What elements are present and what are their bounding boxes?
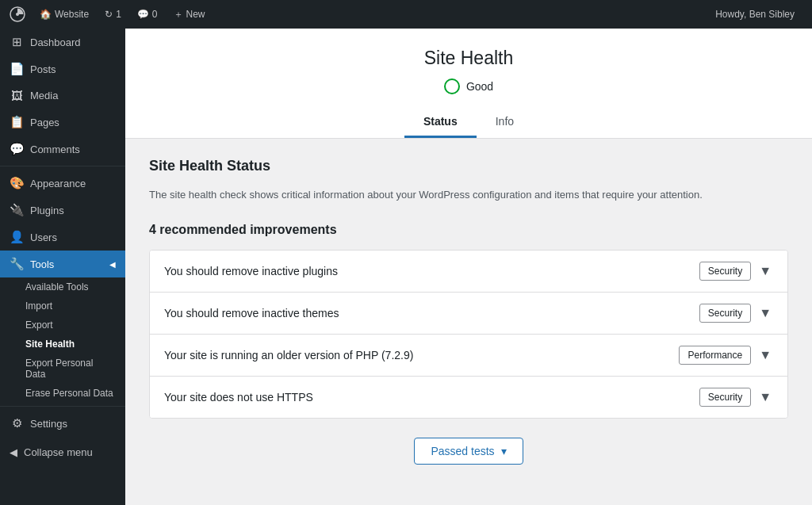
health-status-label: Good (466, 80, 493, 93)
dashboard-icon: ⊞ (10, 35, 24, 49)
passed-tests-button[interactable]: Passed tests ▾ (414, 438, 523, 465)
issue-item: You should remove inactive themes Securi… (150, 293, 787, 335)
section-title: Site Health Status (149, 158, 788, 174)
collapse-menu-button[interactable]: ◀ Collapse menu (0, 437, 125, 465)
passed-tests-area: Passed tests ▾ (149, 419, 788, 477)
issue-item: You should remove inactive plugins Secur… (150, 251, 787, 293)
collapse-icon: ◀ (10, 446, 17, 458)
health-status: Good (141, 78, 796, 94)
posts-icon: 📄 (10, 62, 24, 76)
users-icon: 👤 (10, 230, 24, 244)
issue-item: Your site is running an older version of… (150, 335, 787, 377)
menu-separator-2 (0, 406, 125, 407)
svg-point-1 (16, 13, 19, 16)
main-content: Site Health Good Status Info Site Health… (125, 29, 812, 505)
sidebar-item-users[interactable]: 👤 Users (0, 224, 125, 251)
sidebar-item-comments[interactable]: 💬 Comments (0, 136, 125, 163)
tools-icon: 🔧 (10, 257, 24, 271)
sidebar-item-posts[interactable]: 📄 Posts (0, 55, 125, 82)
issue-right: Security ▼ (699, 262, 773, 281)
passed-tests-label: Passed tests (431, 445, 494, 457)
issue-right: Security ▼ (699, 388, 773, 407)
wp-logo-icon[interactable] (10, 6, 25, 22)
submenu-export[interactable]: Export (0, 316, 125, 335)
appearance-icon: 🎨 (10, 176, 24, 190)
menu-separator (0, 166, 125, 166)
comments-icon: 💬 (137, 9, 149, 20)
issue-label: Your site is running an older version of… (164, 349, 413, 362)
sidebar-item-tools[interactable]: 🔧 Tools ◀ (0, 251, 125, 277)
issue-label: You should remove inactive plugins (164, 265, 338, 277)
issue-expand-button[interactable]: ▼ (757, 304, 773, 322)
chevron-down-icon: ▾ (501, 445, 507, 457)
tab-status[interactable]: Status (404, 107, 477, 138)
submenu-export-personal[interactable]: Export Personal Data (0, 354, 125, 384)
adminbar-updates[interactable]: ↻ 1 (97, 0, 129, 29)
comments-menu-icon: 💬 (10, 142, 24, 156)
issue-expand-button[interactable]: ▼ (757, 388, 773, 406)
admin-bar: 🏠 Website ↻ 1 💬 0 ＋ New Howdy, Ben Sible… (0, 0, 812, 29)
page-header: Site Health Good Status Info (125, 29, 812, 139)
issue-badge: Security (699, 262, 751, 281)
issue-badge: Security (699, 388, 751, 407)
issue-label: Your site does not use HTTPS (164, 391, 313, 404)
issue-expand-button[interactable]: ▼ (757, 262, 773, 280)
sidebar-item-plugins[interactable]: 🔌 Plugins (0, 197, 125, 224)
section-desc: The site health check shows critical inf… (149, 187, 788, 204)
tab-info[interactable]: Info (477, 107, 533, 138)
media-icon: 🖼 (10, 89, 24, 102)
issue-badge: Performance (679, 346, 751, 365)
submenu-available-tools[interactable]: Available Tools (0, 277, 125, 296)
sidebar-item-pages[interactable]: 📋 Pages (0, 109, 125, 136)
sidebar-item-settings[interactable]: ⚙ Settings (0, 410, 125, 437)
home-icon: 🏠 (40, 9, 52, 20)
updates-icon: ↻ (105, 9, 113, 20)
adminbar-user-greeting: Howdy, Ben Sibley (707, 9, 802, 20)
sidebar: ⊞ Dashboard 📄 Posts 🖼 Media 📋 Pages 💬 Co… (0, 29, 125, 505)
page-title: Site Health (141, 48, 796, 69)
sidebar-item-appearance[interactable]: 🎨 Appearance (0, 170, 125, 197)
adminbar-new[interactable]: ＋ New (166, 0, 213, 29)
adminbar-comments[interactable]: 💬 0 (129, 0, 166, 29)
issue-right: Performance ▼ (679, 346, 773, 365)
issue-list: You should remove inactive plugins Secur… (149, 250, 788, 419)
sidebar-item-dashboard[interactable]: ⊞ Dashboard (0, 29, 125, 55)
sidebar-item-media[interactable]: 🖼 Media (0, 82, 125, 109)
submenu-import[interactable]: Import (0, 296, 125, 316)
issue-badge: Security (699, 304, 751, 323)
adminbar-site-name[interactable]: 🏠 Website (32, 0, 97, 29)
plus-icon: ＋ (174, 8, 183, 21)
issue-item: Your site does not use HTTPS Security ▼ (150, 377, 787, 418)
tools-arrow-icon: ◀ (109, 260, 116, 269)
issue-right: Security ▼ (699, 304, 773, 323)
pages-icon: 📋 (10, 115, 24, 129)
issue-expand-button[interactable]: ▼ (757, 346, 773, 364)
plugins-icon: 🔌 (10, 203, 24, 217)
issue-label: You should remove inactive themes (164, 307, 339, 319)
submenu-site-health[interactable]: Site Health (0, 335, 125, 354)
submenu-erase-personal[interactable]: Erase Personal Data (0, 384, 125, 403)
tabs: Status Info (141, 107, 796, 138)
health-circle-icon (444, 78, 460, 94)
improvements-title: 4 recommended improvements (149, 223, 788, 237)
settings-icon: ⚙ (10, 416, 24, 430)
content-area: Site Health Status The site health check… (125, 139, 812, 496)
